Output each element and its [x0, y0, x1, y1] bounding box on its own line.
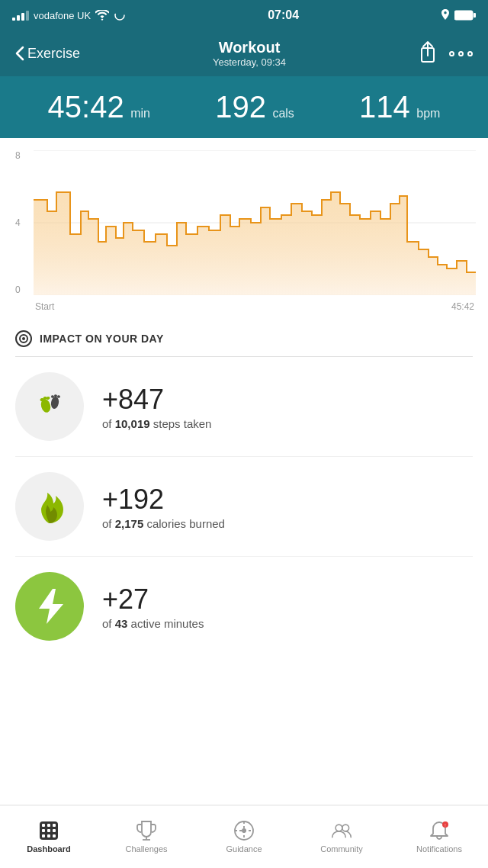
carrier-label: vodafone UK: [34, 10, 91, 21]
calories-desc-bold: 2,175: [115, 517, 144, 530]
tab-challenges-label: Challenges: [125, 844, 167, 854]
location-icon: [441, 9, 450, 21]
tab-community-label: Community: [320, 844, 363, 854]
svg-rect-19: [42, 824, 45, 827]
impact-section: IMPACT ON YOUR DAY +847 of 10,019 steps …: [0, 318, 488, 656]
wifi-icon: [95, 10, 109, 21]
community-icon: [331, 820, 352, 841]
steps-text: +847 of 10,019 steps taken: [102, 384, 211, 430]
stat-bpm-unit: bpm: [416, 107, 440, 120]
status-bar: vodafone UK 07:04: [0, 0, 488, 31]
active-desc: of 43 active minutes: [102, 617, 204, 630]
y-label-4: 4: [15, 217, 21, 228]
calories-icon-circle: [15, 472, 84, 541]
chart-x-end: 45:42: [451, 301, 474, 312]
svg-point-11: [50, 396, 60, 409]
stats-bar: 45:42 min 192 cals 114 bpm: [0, 76, 488, 138]
chart-container: 8 4 0: [0, 138, 488, 318]
stat-bpm: 114 bpm: [359, 90, 440, 124]
status-right: [441, 9, 476, 21]
steps-value: +847: [102, 384, 211, 416]
stat-bpm-value: 114: [359, 90, 410, 124]
steps-icon-circle: [15, 372, 84, 441]
tab-guidance[interactable]: Guidance: [195, 814, 293, 860]
guidance-icon: [233, 820, 255, 841]
steps-desc-suffix: steps taken: [150, 417, 212, 430]
tab-guidance-label: Guidance: [226, 844, 262, 854]
svg-rect-22: [42, 829, 45, 832]
svg-rect-25: [42, 834, 45, 837]
chart-x-start: Start: [35, 301, 54, 312]
notifications-icon: !: [429, 820, 450, 841]
tab-notifications-label: Notifications: [416, 844, 462, 854]
svg-rect-27: [53, 834, 56, 837]
svg-rect-2: [474, 13, 476, 18]
calories-text: +192 of 2,175 calories burned: [102, 484, 225, 530]
svg-point-9: [22, 337, 25, 340]
nav-bar: Exercise Workout Yesterday, 09:34: [0, 31, 488, 76]
share-button[interactable]: [419, 40, 437, 66]
svg-point-0: [115, 11, 124, 20]
nav-actions: [419, 40, 473, 66]
svg-rect-20: [47, 824, 50, 827]
impact-item-steps: +847 of 10,019 steps taken: [15, 357, 473, 457]
steps-icon: [30, 387, 69, 426]
impact-title: IMPACT ON YOUR DAY: [40, 333, 164, 345]
nav-subtitle: Yesterday, 09:34: [213, 56, 286, 68]
svg-rect-1: [454, 11, 473, 20]
loading-icon: [114, 9, 126, 21]
dashboard-icon: [38, 820, 59, 841]
steps-desc-bold: 10,019: [115, 417, 150, 430]
y-label-0: 0: [15, 285, 21, 295]
stat-duration-value: 45:42: [48, 90, 124, 124]
svg-rect-23: [47, 829, 50, 832]
steps-desc: of 10,019 steps taken: [102, 417, 211, 430]
battery-icon: [454, 10, 476, 21]
impact-header: IMPACT ON YOUR DAY: [15, 318, 473, 357]
impact-icon: [15, 330, 32, 347]
svg-point-33: [242, 828, 246, 833]
signal-icon: [12, 11, 29, 21]
active-desc-bold: 43: [115, 617, 128, 630]
calories-value: +192: [102, 484, 225, 516]
calories-desc-prefix: of: [102, 517, 115, 530]
calories-desc: of 2,175 calories burned: [102, 517, 225, 530]
svg-rect-21: [53, 824, 56, 827]
back-button[interactable]: Exercise: [15, 46, 80, 62]
status-left: vodafone UK: [12, 9, 126, 21]
active-desc-prefix: of: [102, 617, 115, 630]
active-icon-circle: [15, 572, 84, 641]
svg-point-35: [342, 825, 349, 831]
tab-dashboard[interactable]: Dashboard: [0, 814, 98, 860]
impact-item-calories: +192 of 2,175 calories burned: [15, 457, 473, 557]
heart-rate-chart: [34, 150, 476, 295]
stat-duration-unit: min: [130, 107, 150, 120]
tab-challenges[interactable]: Challenges: [98, 814, 195, 860]
challenges-icon: [136, 820, 157, 841]
stat-calories-unit: cals: [272, 107, 294, 120]
stat-calories-value: 192: [215, 90, 266, 124]
more-button[interactable]: [449, 51, 473, 56]
active-icon: [34, 587, 65, 625]
nav-title: Workout: [213, 39, 286, 56]
active-value: +27: [102, 583, 204, 616]
chart-svg-area: [34, 150, 473, 298]
svg-rect-26: [47, 834, 50, 837]
svg-text:!: !: [445, 823, 445, 828]
tab-dashboard-label: Dashboard: [27, 844, 70, 854]
svg-point-34: [336, 825, 342, 831]
nav-title-block: Workout Yesterday, 09:34: [213, 39, 286, 68]
tab-bar: Dashboard Challenges Guidance: [0, 805, 488, 868]
impact-item-active: +27 of 43 active minutes: [15, 557, 473, 656]
stat-duration: 45:42 min: [48, 90, 150, 124]
tab-community[interactable]: Community: [293, 814, 390, 860]
tab-notifications[interactable]: ! Notifications: [390, 814, 488, 860]
svg-rect-24: [53, 829, 56, 832]
steps-desc-prefix: of: [102, 417, 115, 430]
chart-x-labels: Start 45:42: [34, 301, 476, 312]
calories-icon: [32, 487, 67, 526]
status-time: 07:04: [268, 8, 299, 22]
y-label-8: 8: [15, 150, 21, 161]
active-text: +27 of 43 active minutes: [102, 583, 204, 630]
stat-calories: 192 cals: [215, 90, 294, 124]
